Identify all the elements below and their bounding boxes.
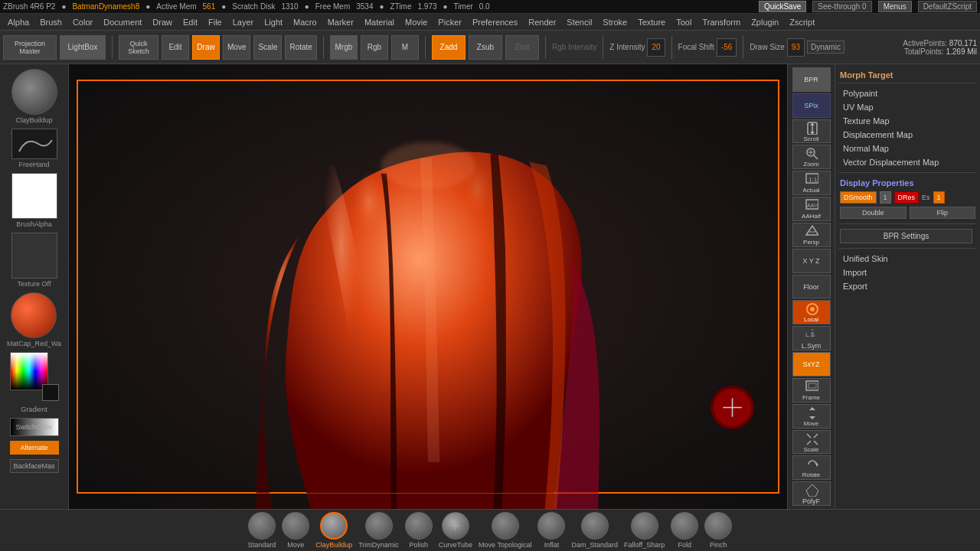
rotate-rt-button[interactable]: Rotate xyxy=(792,455,831,480)
alpha-preview[interactable]: BrushAlpha xyxy=(11,173,57,228)
brush-curvetube[interactable]: ✳ CurveTube xyxy=(439,512,472,549)
menu-picker[interactable]: Picker xyxy=(433,16,466,28)
zadd-button[interactable]: Zadd xyxy=(432,35,466,60)
bpr-settings-button[interactable]: BPR Settings xyxy=(840,229,972,243)
draw-button[interactable]: Draw xyxy=(192,35,220,60)
alternate-button[interactable]: Alternate xyxy=(10,441,59,455)
menu-macro[interactable]: Macro xyxy=(289,16,322,28)
menu-transform[interactable]: Transform xyxy=(697,16,745,28)
xyz-button[interactable]: X Y Z xyxy=(792,249,831,273)
move-transform-button[interactable]: Move xyxy=(223,35,250,60)
sxyz-button[interactable]: SxYZ xyxy=(792,352,831,377)
normal-map-item[interactable]: Normal Map xyxy=(838,142,977,155)
dsmooth-button[interactable]: DSmooth xyxy=(840,191,877,204)
menu-zplugin[interactable]: Zplugin xyxy=(746,16,783,28)
projection-master-button[interactable]: ProjectionMaster xyxy=(3,35,57,60)
polyf-button[interactable]: PolyF xyxy=(792,481,831,506)
move-rt-button[interactable]: Move xyxy=(792,404,831,429)
displacement-map-item[interactable]: Displacement Map xyxy=(838,128,977,142)
default-script-button[interactable]: DefaultZScript xyxy=(918,1,977,12)
menu-stroke[interactable]: Stroke xyxy=(598,16,632,28)
color-picker[interactable] xyxy=(10,352,59,401)
black-color-swatch[interactable] xyxy=(42,384,59,401)
menu-render[interactable]: Render xyxy=(524,16,560,28)
menu-texture[interactable]: Texture xyxy=(633,16,670,28)
menu-draw[interactable]: Draw xyxy=(148,16,177,28)
brush-claybuildup[interactable]: ClayBuildup xyxy=(315,512,352,549)
import-item[interactable]: Import xyxy=(838,266,977,279)
spix-button[interactable]: SPix xyxy=(792,93,831,118)
double-button[interactable]: Double xyxy=(840,207,906,219)
unified-skin-item[interactable]: Unified Skin xyxy=(838,252,977,266)
canvas-area[interactable] xyxy=(69,64,787,509)
menu-document[interactable]: Document xyxy=(99,16,146,28)
actual-button[interactable]: 1:1 Actual xyxy=(792,171,831,195)
texture-map-item[interactable]: Texture Map xyxy=(838,114,977,128)
lightbox-button[interactable]: LightBox xyxy=(60,35,106,60)
scale-rt-button[interactable]: Scale xyxy=(792,430,831,455)
export-item[interactable]: Export xyxy=(838,279,977,293)
flip-button[interactable]: Flip xyxy=(910,207,976,219)
brush-damstandard[interactable]: Dam_Standard xyxy=(571,512,618,549)
es-button[interactable]: 1 xyxy=(933,191,945,204)
scale-button[interactable]: Scale xyxy=(253,35,282,60)
dres-button[interactable]: DRes xyxy=(894,191,920,204)
brush-pinch[interactable]: Pinch xyxy=(704,512,732,549)
switch-color-button[interactable]: SwitchColor xyxy=(10,418,59,436)
menu-edit[interactable]: Edit xyxy=(178,16,202,28)
see-through-button[interactable]: See-through 0 xyxy=(812,1,871,12)
menu-tool[interactable]: Tool xyxy=(671,16,696,28)
floor-button[interactable]: Floor xyxy=(792,275,831,299)
zoom-button[interactable]: Zoom xyxy=(792,145,831,169)
brush-move[interactable]: Move xyxy=(282,512,309,549)
edit-button[interactable]: Edit xyxy=(162,35,189,60)
bpr-button[interactable]: BPR xyxy=(792,67,831,92)
brush-falloffsharp[interactable]: Falloff_Sharp xyxy=(624,512,665,549)
menu-stencil[interactable]: Stencil xyxy=(562,16,596,28)
aahalf-button[interactable]: AA½ AAHalf xyxy=(792,197,831,221)
draw-size-value[interactable]: 93 xyxy=(787,38,805,57)
local-button[interactable]: Local xyxy=(792,300,831,324)
menu-material[interactable]: Material xyxy=(360,16,399,28)
menu-light[interactable]: Light xyxy=(260,16,287,28)
frame-button[interactable]: Frame xyxy=(792,378,831,403)
uv-map-item[interactable]: UV Map xyxy=(838,100,977,114)
menu-movie[interactable]: Movie xyxy=(400,16,432,28)
menu-color[interactable]: Color xyxy=(68,16,97,28)
dynamic-button[interactable]: Dynamic xyxy=(807,41,844,54)
brush-trimdynamic[interactable]: TrimDynamic xyxy=(358,512,399,549)
texture-preview[interactable]: Texture Off xyxy=(11,233,57,288)
polypaint-item[interactable]: Polypaint xyxy=(838,86,977,100)
quick-sketch-button[interactable]: QuickSketch xyxy=(119,35,158,60)
menu-file[interactable]: File xyxy=(204,16,227,28)
quicksave-button[interactable]: QuickSave xyxy=(759,1,806,12)
zcut-button[interactable]: Zcut xyxy=(505,35,539,60)
menu-preferences[interactable]: Preferences xyxy=(468,16,522,28)
scroll-button[interactable]: Scroll xyxy=(792,119,831,144)
brush-fold[interactable]: Fold xyxy=(671,512,698,549)
morph-target-title[interactable]: Morph Target xyxy=(838,67,977,83)
mrgb-button[interactable]: Mrgb xyxy=(330,35,358,60)
menu-layer[interactable]: Layer xyxy=(228,16,259,28)
brush-inflat[interactable]: Inflat xyxy=(537,512,565,549)
lsym-button[interactable]: L.S L.Sym xyxy=(792,326,831,350)
brush-preview[interactable]: ClayBuildup xyxy=(11,69,57,124)
dsmooth-value[interactable]: 1 xyxy=(880,191,891,204)
brush-polish[interactable]: Polish xyxy=(405,512,433,549)
brush-standard[interactable]: Standard xyxy=(248,512,276,549)
z-intensity-value[interactable]: 20 xyxy=(647,38,665,57)
focal-shift-value[interactable]: -56 xyxy=(717,38,737,57)
stroke-preview[interactable]: FreeHand xyxy=(11,129,57,168)
vector-displacement-map-item[interactable]: Vector Displacement Map xyxy=(838,155,977,169)
menu-marker[interactable]: Marker xyxy=(323,16,358,28)
menus-button[interactable]: Menus xyxy=(878,1,912,12)
rgb-button[interactable]: Rgb xyxy=(361,35,388,60)
m-button[interactable]: M xyxy=(391,35,419,60)
persp-button[interactable]: Persp xyxy=(792,223,831,247)
brush-movetopological[interactable]: Move Topological xyxy=(479,512,531,549)
matcap-preview[interactable]: MatCap_Red_Wa xyxy=(7,292,61,347)
backface-button[interactable]: BackfaceMas xyxy=(10,459,59,473)
rotate-button[interactable]: Rotate xyxy=(285,35,316,60)
menu-alpha[interactable]: Alpha xyxy=(3,16,34,28)
menu-brush[interactable]: Brush xyxy=(35,16,67,28)
